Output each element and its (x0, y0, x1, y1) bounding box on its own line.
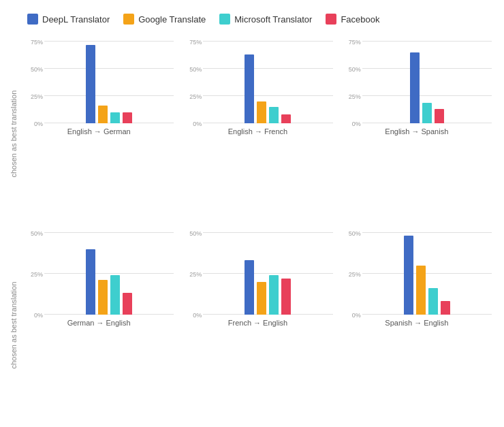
bar-2 (269, 275, 279, 315)
legend-item-1: Google Translate (123, 14, 206, 25)
y-tick-label: 25% (349, 93, 361, 100)
legend-color-2 (219, 14, 230, 25)
bar-3 (123, 293, 132, 314)
legend: DeepL TranslatorGoogle TranslateMicrosof… (7, 14, 497, 38)
chart-eng-fre: 75%50%25%0%English → French (179, 38, 338, 230)
bar-3 (123, 112, 132, 123)
bars-container (44, 233, 174, 315)
x-axis-label: German → English (24, 319, 174, 327)
y-tick-label: 50% (349, 66, 361, 73)
bar-0 (410, 52, 420, 123)
bar-0 (86, 45, 95, 123)
legend-item-0: DeepL Translator (27, 14, 110, 25)
y-tick-label: 25% (189, 93, 202, 100)
bar-1 (98, 106, 108, 123)
bar-0 (245, 260, 254, 314)
bar-1 (98, 280, 108, 314)
y-tick-label: 0% (352, 121, 361, 127)
section-charts-2: 50%25%0%German → English50%25%0%French →… (20, 230, 497, 421)
bars-container (362, 42, 492, 123)
chart-row-1: chosen as best translation 75%50%25%0%En… (7, 38, 497, 230)
x-axis-label: Spanish → English (342, 319, 492, 327)
y-tick-label: 75% (31, 39, 43, 46)
bar-1 (257, 101, 266, 123)
chart-row-2: chosen as best translation 50%25%0%Germa… (7, 230, 497, 421)
legend-color-1 (123, 14, 134, 25)
y-tick-label: 50% (31, 230, 43, 237)
bar-2 (428, 288, 438, 314)
y-tick-label: 25% (189, 271, 202, 278)
bar-2 (110, 112, 120, 123)
bar-1 (257, 282, 266, 315)
bar-1 (416, 266, 426, 315)
chart-spa-eng: 50%25%0%Spanish → English (338, 230, 497, 421)
legend-label-0: DeepL Translator (42, 14, 110, 25)
bar-0 (86, 249, 95, 315)
bar-0 (245, 54, 254, 123)
legend-label-1: Google Translate (138, 14, 206, 25)
row-label-2: chosen as best translation (7, 230, 20, 421)
chart-fre-eng: 50%25%0%French → English (179, 230, 338, 421)
y-tick-label: 0% (34, 121, 43, 127)
bars-container (362, 233, 492, 315)
y-tick-label: 75% (189, 39, 202, 46)
bar-3 (281, 279, 291, 315)
row-label-1: chosen as best translation (7, 38, 20, 230)
bar-3 (435, 109, 444, 123)
y-tick-label: 0% (193, 312, 202, 319)
section-charts-1: 75%50%25%0%English → German75%50%25%0%En… (20, 38, 497, 230)
chart-eng-ger: 75%50%25%0%English → German (20, 38, 179, 230)
bar-2 (422, 103, 432, 123)
y-tick-label: 50% (31, 66, 43, 73)
main-rows: chosen as best translation 75%50%25%0%En… (7, 38, 497, 420)
bars-container (44, 42, 174, 123)
bar-3 (441, 301, 450, 314)
x-axis-label: English → German (24, 127, 174, 136)
y-tick-label: 0% (193, 121, 202, 127)
x-axis-label: French → English (183, 319, 332, 327)
legend-label-3: Facebook (341, 14, 379, 25)
bars-container (203, 233, 332, 315)
bars-container (203, 42, 332, 123)
legend-color-3 (326, 14, 336, 25)
y-tick-label: 50% (189, 66, 202, 73)
y-tick-label: 50% (349, 230, 361, 237)
chart-eng-spa: 75%50%25%0%English → Spanish (338, 38, 497, 230)
legend-item-3: Facebook (326, 14, 379, 25)
y-tick-label: 0% (34, 312, 43, 319)
chart-container: DeepL TranslatorGoogle TranslateMicrosof… (0, 0, 504, 427)
bar-0 (404, 236, 413, 314)
y-tick-label: 25% (31, 271, 43, 278)
legend-color-0 (27, 14, 38, 25)
bar-3 (281, 114, 291, 123)
y-tick-label: 25% (31, 93, 43, 100)
y-tick-label: 25% (349, 271, 361, 278)
x-axis-label: English → Spanish (342, 127, 492, 136)
y-tick-label: 50% (189, 230, 202, 237)
y-tick-label: 75% (349, 39, 361, 46)
bar-2 (110, 275, 120, 315)
legend-label-2: Microsoft Translator (234, 14, 312, 25)
chart-ger-eng: 50%25%0%German → English (20, 230, 179, 421)
y-tick-label: 0% (352, 312, 361, 319)
x-axis-label: English → French (183, 127, 332, 136)
legend-item-2: Microsoft Translator (219, 14, 312, 25)
bar-2 (269, 107, 279, 123)
